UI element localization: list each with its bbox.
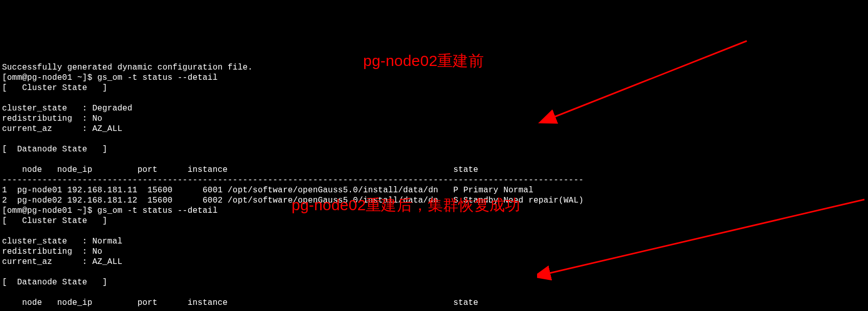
table-row: 1 pg-node01 192.168.181.11 15600 6001 /o… bbox=[2, 186, 533, 195]
kv-label: cluster_state bbox=[2, 104, 67, 113]
prompt: [omm@pg-node01 ~]$ bbox=[2, 206, 97, 215]
kv-label: cluster_state bbox=[2, 237, 67, 246]
kv-value: No bbox=[92, 114, 102, 123]
columns-header: node node_ip port instance state bbox=[2, 298, 478, 307]
cut-line: Successfully generated dynamic configura… bbox=[2, 63, 253, 72]
command: gs_om -t status --detail bbox=[97, 73, 217, 82]
kv-value: Normal bbox=[92, 237, 122, 246]
cluster-state-header: [ Cluster State ] bbox=[2, 83, 107, 93]
kv-label: current_az bbox=[2, 124, 52, 134]
kv-value: No bbox=[92, 247, 102, 256]
kv-value: AZ_ALL bbox=[92, 124, 122, 134]
divider: ----------------------------------------… bbox=[2, 175, 584, 185]
kv-value: Degraded bbox=[92, 104, 132, 113]
kv-label: redistributing bbox=[2, 247, 72, 256]
command: gs_om -t status --detail bbox=[97, 206, 217, 215]
columns-header: node node_ip port instance state bbox=[2, 165, 478, 174]
prompt: [omm@pg-node01 ~]$ bbox=[2, 73, 97, 82]
terminal-output[interactable]: Successfully generated dynamic configura… bbox=[0, 51, 868, 311]
cluster-state-header: [ Cluster State ] bbox=[2, 216, 107, 226]
divider: ----------------------------------------… bbox=[2, 308, 584, 311]
kv-label: redistributing bbox=[2, 114, 72, 123]
kv-label: current_az bbox=[2, 257, 52, 266]
kv-value: AZ_ALL bbox=[92, 257, 122, 266]
datanode-header: [ Datanode State ] bbox=[2, 278, 107, 287]
datanode-header: [ Datanode State ] bbox=[2, 145, 107, 154]
table-row: 2 pg-node02 192.168.181.12 15600 6002 /o… bbox=[2, 196, 584, 205]
